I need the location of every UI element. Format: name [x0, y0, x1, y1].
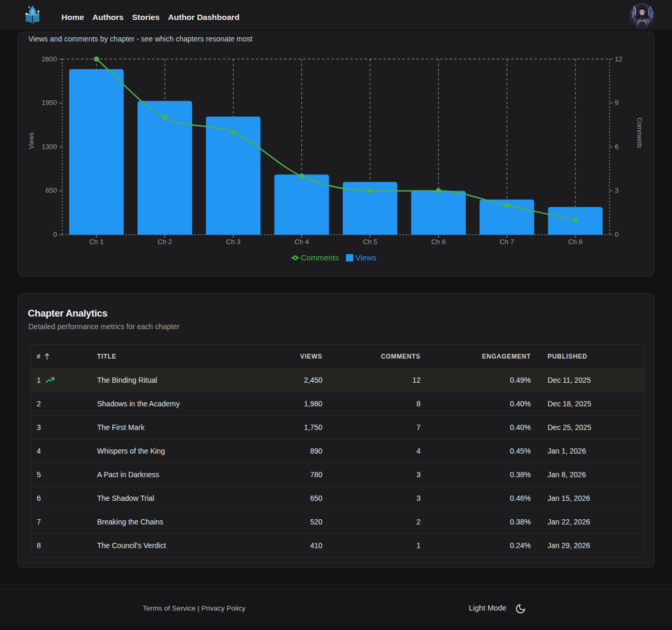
svg-text:6: 6 — [615, 143, 618, 151]
svg-text:1950: 1950 — [42, 99, 57, 107]
svg-text:Ch 6: Ch 6 — [431, 238, 445, 246]
svg-text:Ch 7: Ch 7 — [500, 238, 514, 246]
svg-text:Ch 3: Ch 3 — [226, 238, 240, 246]
svg-text:Comments: Comments — [636, 118, 643, 148]
svg-text:3: 3 — [615, 186, 618, 194]
svg-text:9: 9 — [615, 99, 618, 107]
svg-text:Ch 4: Ch 4 — [295, 238, 309, 246]
svg-text:2600: 2600 — [42, 55, 57, 63]
svg-text:Ch 5: Ch 5 — [363, 238, 377, 246]
svg-text:Views: Views — [28, 132, 35, 149]
svg-text:0: 0 — [53, 230, 57, 238]
svg-text:Views: Views — [355, 253, 376, 262]
svg-text:1300: 1300 — [42, 143, 57, 151]
svg-text:Ch 2: Ch 2 — [158, 238, 172, 246]
svg-text:0: 0 — [615, 230, 618, 238]
svg-text:Ch 8: Ch 8 — [568, 238, 582, 246]
svg-text:12: 12 — [615, 55, 622, 63]
svg-text:Ch 1: Ch 1 — [89, 238, 103, 246]
svg-text:Comments: Comments — [301, 253, 339, 262]
svg-text:650: 650 — [46, 186, 57, 194]
